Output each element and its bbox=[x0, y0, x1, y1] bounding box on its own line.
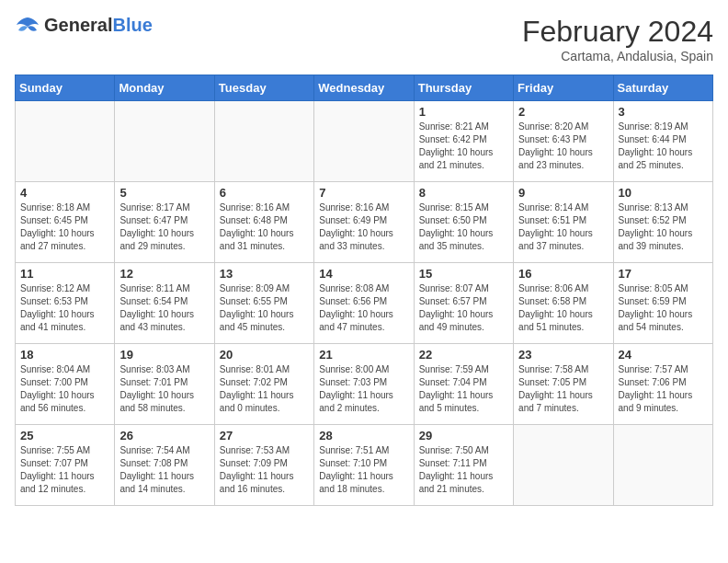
calendar-cell: 8Sunrise: 8:15 AMSunset: 6:50 PMDaylight… bbox=[414, 182, 513, 263]
day-number: 16 bbox=[518, 267, 608, 281]
calendar-cell: 19Sunrise: 8:03 AMSunset: 7:01 PMDayligh… bbox=[115, 344, 214, 425]
calendar-cell: 1Sunrise: 8:21 AMSunset: 6:42 PMDaylight… bbox=[414, 101, 513, 182]
header-sunday: Sunday bbox=[16, 75, 115, 101]
calendar-cell: 24Sunrise: 7:57 AMSunset: 7:06 PMDayligh… bbox=[613, 344, 712, 425]
day-info: Sunrise: 8:04 AMSunset: 7:00 PMDaylight:… bbox=[20, 363, 109, 415]
calendar-cell: 21Sunrise: 8:00 AMSunset: 7:03 PMDayligh… bbox=[314, 344, 414, 425]
logo-general: General bbox=[44, 15, 112, 35]
day-number: 27 bbox=[220, 429, 309, 442]
calendar-cell: 14Sunrise: 8:08 AMSunset: 6:56 PMDayligh… bbox=[314, 263, 414, 344]
day-info: Sunrise: 8:00 AMSunset: 7:03 PMDaylight:… bbox=[319, 363, 408, 415]
day-number: 5 bbox=[119, 186, 209, 200]
day-number: 9 bbox=[518, 186, 608, 200]
header-monday: Monday bbox=[115, 75, 214, 101]
day-number: 8 bbox=[419, 186, 508, 200]
week-row-4: 25Sunrise: 7:55 AMSunset: 7:07 PMDayligh… bbox=[16, 425, 713, 506]
day-number: 28 bbox=[319, 429, 408, 442]
calendar-cell: 20Sunrise: 8:01 AMSunset: 7:02 PMDayligh… bbox=[214, 344, 313, 425]
calendar-cell bbox=[314, 101, 414, 182]
day-info: Sunrise: 7:53 AMSunset: 7:09 PMDaylight:… bbox=[220, 444, 309, 496]
logo-icon bbox=[15, 16, 40, 36]
day-number: 15 bbox=[419, 267, 508, 281]
day-info: Sunrise: 7:51 AMSunset: 7:10 PMDaylight:… bbox=[319, 444, 408, 496]
week-row-1: 4Sunrise: 8:18 AMSunset: 6:45 PMDaylight… bbox=[16, 182, 713, 263]
calendar-table: SundayMondayTuesdayWednesdayThursdayFrid… bbox=[15, 75, 713, 506]
day-number: 2 bbox=[518, 105, 608, 119]
calendar-cell bbox=[613, 425, 712, 506]
day-info: Sunrise: 8:09 AMSunset: 6:55 PMDaylight:… bbox=[220, 282, 309, 334]
day-number: 3 bbox=[619, 105, 708, 119]
day-info: Sunrise: 8:18 AMSunset: 6:45 PMDaylight:… bbox=[20, 201, 109, 253]
day-info: Sunrise: 8:05 AMSunset: 6:59 PMDaylight:… bbox=[619, 282, 708, 334]
calendar-cell: 10Sunrise: 8:13 AMSunset: 6:52 PMDayligh… bbox=[613, 182, 712, 263]
calendar-cell: 18Sunrise: 8:04 AMSunset: 7:00 PMDayligh… bbox=[16, 344, 115, 425]
day-info: Sunrise: 8:16 AMSunset: 6:48 PMDaylight:… bbox=[220, 201, 309, 253]
day-number: 1 bbox=[419, 105, 508, 119]
header-saturday: Saturday bbox=[613, 75, 712, 101]
day-info: Sunrise: 8:01 AMSunset: 7:02 PMDaylight:… bbox=[220, 363, 309, 415]
day-info: Sunrise: 8:03 AMSunset: 7:01 PMDaylight:… bbox=[119, 363, 209, 415]
day-info: Sunrise: 8:21 AMSunset: 6:42 PMDaylight:… bbox=[419, 121, 508, 172]
header: GeneralBlue February 2024 Cartama, Andal… bbox=[15, 15, 713, 63]
day-number: 4 bbox=[20, 186, 109, 200]
week-row-3: 18Sunrise: 8:04 AMSunset: 7:00 PMDayligh… bbox=[16, 344, 713, 425]
calendar-cell: 16Sunrise: 8:06 AMSunset: 6:58 PMDayligh… bbox=[514, 263, 613, 344]
day-number: 7 bbox=[319, 186, 408, 200]
calendar-cell bbox=[16, 101, 115, 182]
header-row: SundayMondayTuesdayWednesdayThursdayFrid… bbox=[16, 75, 713, 101]
day-info: Sunrise: 7:50 AMSunset: 7:11 PMDaylight:… bbox=[419, 444, 508, 496]
calendar-cell: 5Sunrise: 8:17 AMSunset: 6:47 PMDaylight… bbox=[115, 182, 214, 263]
day-info: Sunrise: 8:15 AMSunset: 6:50 PMDaylight:… bbox=[419, 201, 508, 253]
day-number: 18 bbox=[20, 348, 109, 362]
week-row-2: 11Sunrise: 8:12 AMSunset: 6:53 PMDayligh… bbox=[16, 263, 713, 344]
logo: GeneralBlue bbox=[15, 15, 153, 36]
calendar-cell bbox=[214, 101, 313, 182]
header-wednesday: Wednesday bbox=[314, 75, 414, 101]
calendar-cell: 27Sunrise: 7:53 AMSunset: 7:09 PMDayligh… bbox=[214, 425, 313, 506]
day-info: Sunrise: 8:11 AMSunset: 6:54 PMDaylight:… bbox=[119, 282, 209, 334]
day-number: 12 bbox=[119, 267, 209, 281]
calendar-cell: 29Sunrise: 7:50 AMSunset: 7:11 PMDayligh… bbox=[414, 425, 513, 506]
calendar-cell: 7Sunrise: 8:16 AMSunset: 6:49 PMDaylight… bbox=[314, 182, 414, 263]
header-thursday: Thursday bbox=[414, 75, 513, 101]
day-number: 29 bbox=[419, 429, 508, 442]
day-info: Sunrise: 8:12 AMSunset: 6:53 PMDaylight:… bbox=[20, 282, 109, 334]
day-info: Sunrise: 8:07 AMSunset: 6:57 PMDaylight:… bbox=[419, 282, 508, 334]
calendar-cell: 25Sunrise: 7:55 AMSunset: 7:07 PMDayligh… bbox=[16, 425, 115, 506]
calendar-cell: 12Sunrise: 8:11 AMSunset: 6:54 PMDayligh… bbox=[115, 263, 214, 344]
day-number: 20 bbox=[220, 348, 309, 362]
day-info: Sunrise: 8:19 AMSunset: 6:44 PMDaylight:… bbox=[619, 121, 708, 172]
calendar-cell: 6Sunrise: 8:16 AMSunset: 6:48 PMDaylight… bbox=[214, 182, 313, 263]
calendar-cell: 17Sunrise: 8:05 AMSunset: 6:59 PMDayligh… bbox=[613, 263, 712, 344]
day-number: 19 bbox=[119, 348, 209, 362]
day-info: Sunrise: 7:55 AMSunset: 7:07 PMDaylight:… bbox=[20, 444, 109, 496]
day-number: 25 bbox=[20, 429, 109, 442]
calendar-cell: 23Sunrise: 7:58 AMSunset: 7:05 PMDayligh… bbox=[514, 344, 613, 425]
logo-text: GeneralBlue bbox=[44, 15, 153, 36]
day-number: 24 bbox=[619, 348, 708, 362]
day-info: Sunrise: 7:59 AMSunset: 7:04 PMDaylight:… bbox=[419, 363, 508, 415]
header-friday: Friday bbox=[514, 75, 613, 101]
calendar-cell: 9Sunrise: 8:14 AMSunset: 6:51 PMDaylight… bbox=[514, 182, 613, 263]
calendar-cell: 28Sunrise: 7:51 AMSunset: 7:10 PMDayligh… bbox=[314, 425, 414, 506]
calendar-cell: 22Sunrise: 7:59 AMSunset: 7:04 PMDayligh… bbox=[414, 344, 513, 425]
day-number: 10 bbox=[619, 186, 708, 200]
calendar-cell: 4Sunrise: 8:18 AMSunset: 6:45 PMDaylight… bbox=[16, 182, 115, 263]
day-number: 23 bbox=[518, 348, 608, 362]
week-row-0: 1Sunrise: 8:21 AMSunset: 6:42 PMDaylight… bbox=[16, 101, 713, 182]
day-info: Sunrise: 8:13 AMSunset: 6:52 PMDaylight:… bbox=[619, 201, 708, 253]
header-tuesday: Tuesday bbox=[214, 75, 313, 101]
calendar-cell bbox=[115, 101, 214, 182]
calendar-cell: 26Sunrise: 7:54 AMSunset: 7:08 PMDayligh… bbox=[115, 425, 214, 506]
month-title: February 2024 bbox=[522, 15, 713, 49]
day-info: Sunrise: 7:57 AMSunset: 7:06 PMDaylight:… bbox=[619, 363, 708, 415]
day-number: 14 bbox=[319, 267, 408, 281]
calendar-cell: 13Sunrise: 8:09 AMSunset: 6:55 PMDayligh… bbox=[214, 263, 313, 344]
day-info: Sunrise: 8:17 AMSunset: 6:47 PMDaylight:… bbox=[119, 201, 209, 253]
logo-blue: Blue bbox=[112, 15, 152, 35]
calendar-cell: 11Sunrise: 8:12 AMSunset: 6:53 PMDayligh… bbox=[16, 263, 115, 344]
day-number: 17 bbox=[619, 267, 708, 281]
calendar-cell: 3Sunrise: 8:19 AMSunset: 6:44 PMDaylight… bbox=[613, 101, 712, 182]
day-info: Sunrise: 8:20 AMSunset: 6:43 PMDaylight:… bbox=[518, 121, 608, 172]
calendar-cell: 15Sunrise: 8:07 AMSunset: 6:57 PMDayligh… bbox=[414, 263, 513, 344]
